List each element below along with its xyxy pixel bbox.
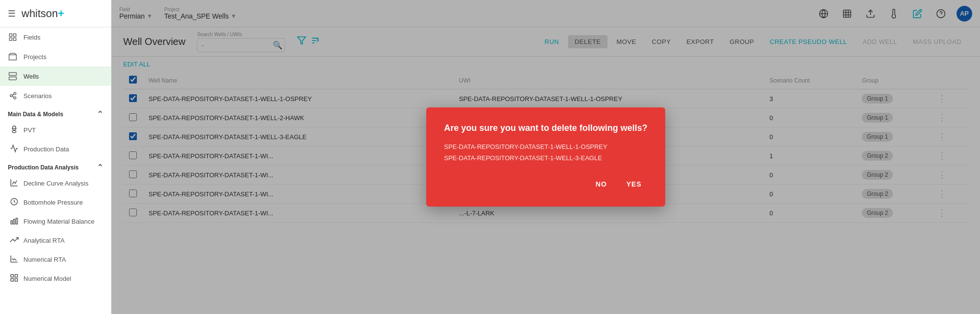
numerical-model-icon <box>10 273 19 284</box>
production-data-icon <box>10 144 19 154</box>
fields-icon <box>8 32 18 42</box>
sidebar-item-flowing-material[interactable]: Flowing Material Balance <box>0 212 111 231</box>
sidebar-item-flowing-material-label: Flowing Material Balance <box>23 218 94 225</box>
sidebar-item-analytical-rta-label: Analytical RTA <box>23 237 65 244</box>
dialog-title: Are you sure you want to delete followin… <box>444 123 647 133</box>
sidebar-item-projects-label: Projects <box>23 53 46 61</box>
section-production-analysis[interactable]: Production Data Analysis ⌃ <box>0 159 111 174</box>
sidebar-item-decline-curve-label: Decline Curve Analysis <box>23 180 88 187</box>
logo-text: whitson+ <box>22 7 64 20</box>
main-area: Field Permian ▼ Project Test_Ana_SPE Wel… <box>111 0 980 314</box>
svg-rect-4 <box>9 73 17 76</box>
sidebar-item-fields-label: Fields <box>23 34 41 41</box>
sidebar-item-scenarios-label: Scenarios <box>23 92 52 100</box>
sidebar-item-scenarios[interactable]: Scenarios <box>0 86 111 105</box>
svg-point-6 <box>10 95 13 97</box>
sidebar-item-bottomhole-label: Bottomhole Pressure <box>23 199 83 206</box>
pvt-icon <box>10 125 19 135</box>
delete-dialog: Are you sure you want to delete followin… <box>426 107 665 207</box>
section-main-data[interactable]: Main Data & Models ⌃ <box>0 105 111 121</box>
sidebar-item-wells-label: Wells <box>23 73 39 80</box>
numerical-rta-icon <box>10 254 19 265</box>
svg-line-10 <box>12 96 14 98</box>
dialog-wells-list: SPE-DATA-REPOSITORY-DATASET-1-WELL-1-OSP… <box>444 141 647 164</box>
section-main-data-label: Main Data & Models <box>8 111 63 118</box>
sidebar-item-numerical-rta[interactable]: Numerical RTA <box>0 250 111 269</box>
sidebar-item-production-data[interactable]: Production Data <box>0 140 111 159</box>
sidebar-item-projects[interactable]: Projects <box>0 47 111 66</box>
logo-plus: + <box>58 7 65 20</box>
dialog-well-item: SPE-DATA-REPOSITORY-DATASET-1-WELL-3-EAG… <box>444 152 647 164</box>
sidebar-item-numerical-rta-label: Numerical RTA <box>23 256 66 263</box>
svg-point-11 <box>12 130 16 133</box>
bottomhole-icon <box>10 197 19 208</box>
decline-curve-icon <box>10 178 19 188</box>
sidebar-item-pvt[interactable]: PVT <box>0 121 111 140</box>
sidebar-item-bottomhole[interactable]: Bottomhole Pressure <box>0 193 111 212</box>
svg-rect-19 <box>15 279 18 281</box>
dialog-well-item: SPE-DATA-REPOSITORY-DATASET-1-WELL-1-OSP… <box>444 141 647 152</box>
svg-rect-5 <box>9 77 17 80</box>
sidebar-item-decline-curve[interactable]: Decline Curve Analysis <box>0 174 111 193</box>
svg-rect-0 <box>9 34 12 36</box>
dialog-actions: NO YES <box>444 177 647 191</box>
section-production-analysis-label: Production Data Analysis <box>8 164 79 171</box>
svg-rect-18 <box>11 279 13 281</box>
wells-icon <box>8 71 18 81</box>
sidebar-item-analytical-rta[interactable]: Analytical RTA <box>0 231 111 250</box>
scenarios-icon <box>8 91 18 101</box>
analytical-rta-icon <box>10 235 19 246</box>
svg-rect-2 <box>9 38 12 41</box>
sidebar-item-numerical-model-label: Numerical Model <box>23 275 71 282</box>
svg-point-8 <box>14 97 16 99</box>
sidebar-item-production-data-label: Production Data <box>23 146 69 153</box>
sidebar-item-wells[interactable]: Wells <box>0 66 111 86</box>
delete-dialog-overlay: Are you sure you want to delete followin… <box>111 0 980 314</box>
svg-rect-13 <box>11 221 12 224</box>
svg-line-9 <box>12 94 14 96</box>
section-production-analysis-chevron: ⌃ <box>97 163 103 172</box>
sidebar-logo: ☰ whitson+ <box>0 0 111 27</box>
svg-rect-14 <box>14 219 15 224</box>
dialog-yes-button[interactable]: YES <box>621 177 648 191</box>
sidebar: ☰ whitson+ Fields Projects <box>0 0 111 314</box>
hamburger-icon[interactable]: ☰ <box>8 8 16 19</box>
dialog-no-button[interactable]: NO <box>590 177 613 191</box>
sidebar-nav: Fields Projects Wells Scenarios <box>0 27 111 314</box>
sidebar-item-fields[interactable]: Fields <box>0 27 111 47</box>
svg-rect-17 <box>15 274 18 277</box>
sidebar-item-numerical-model[interactable]: Numerical Model <box>0 269 111 288</box>
sidebar-item-pvt-label: PVT <box>23 126 36 134</box>
svg-point-7 <box>14 92 16 95</box>
svg-rect-3 <box>14 38 16 41</box>
projects-icon <box>8 52 18 62</box>
section-main-data-chevron: ⌃ <box>97 109 103 119</box>
svg-rect-1 <box>14 34 16 36</box>
flowing-material-icon <box>10 216 19 227</box>
svg-rect-16 <box>11 274 13 277</box>
svg-rect-15 <box>16 218 18 224</box>
